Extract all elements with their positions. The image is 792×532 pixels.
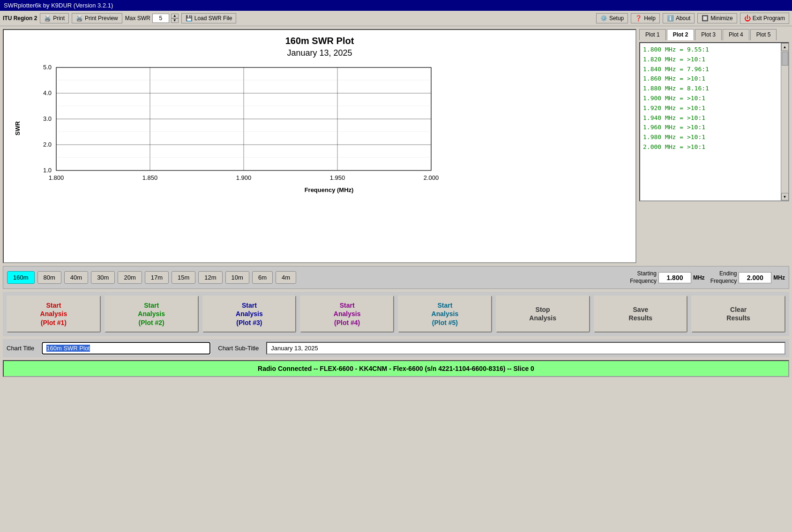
result-line: 1.960 MHz = >10:1	[643, 123, 778, 133]
svg-text:2.000: 2.000	[424, 174, 439, 181]
setup-button[interactable]: ⚙️ Setup	[596, 13, 628, 23]
chart-subtitle-input[interactable]	[266, 342, 785, 355]
spinner-up[interactable]: ▲	[171, 14, 179, 18]
starting-freq-value: 1.800	[658, 272, 691, 283]
svg-text:1.0: 1.0	[43, 167, 52, 174]
tab-plot3[interactable]: Plot 3	[695, 29, 722, 40]
title-bar: SWRplotter6k by K9DUR (Version 3.2.1)	[0, 0, 792, 11]
start-analysis-plot1-button[interactable]: StartAnalysis(Plot #1)	[7, 296, 101, 332]
svg-text:2.0: 2.0	[43, 141, 52, 148]
setup-icon: ⚙️	[600, 15, 607, 22]
status-bar: Radio Connected -- FLEX-6600 - KK4CNM - …	[3, 360, 789, 377]
about-icon: ℹ️	[667, 15, 674, 22]
frequency-display: StartingFrequency 1.800 MHz EndingFreque…	[630, 270, 785, 285]
start-analysis-plot3-button[interactable]: StartAnalysis(Plot #3)	[202, 296, 297, 332]
result-line: 1.860 MHz = >10:1	[643, 74, 778, 84]
print-icon: 🖨️	[44, 15, 51, 22]
stop-analysis-button[interactable]: StopAnalysis	[496, 296, 590, 332]
tab-plot4[interactable]: Plot 4	[723, 29, 749, 40]
band-button-4m[interactable]: 4m	[276, 271, 296, 284]
load-icon: 💾	[186, 15, 193, 22]
result-line: 2.000 MHz = >10:1	[643, 142, 778, 152]
exit-button[interactable]: ⏻ Exit Program	[740, 13, 789, 24]
starting-freq-group: StartingFrequency 1.800 MHz	[630, 270, 704, 285]
max-swr-group: Max SWR ▲ ▼	[125, 14, 179, 23]
tab-plot2[interactable]: Plot 2	[667, 29, 695, 40]
tab-plot1[interactable]: Plot 1	[639, 29, 666, 40]
starting-freq-label: StartingFrequency	[630, 270, 657, 285]
chart-svg: 5.0 4.0 3.0 2.0 1.0 1.800 1.850 1.900 1.…	[28, 63, 441, 185]
save-results-button[interactable]: SaveResults	[594, 296, 688, 332]
scroll-thumb[interactable]	[782, 52, 788, 66]
scroll-up-arrow[interactable]: ▲	[781, 43, 789, 51]
result-line: 1.880 MHz = 8.16:1	[643, 84, 778, 94]
result-line: 1.940 MHz = >10:1	[643, 113, 778, 123]
band-button-160m[interactable]: 160m	[7, 271, 35, 284]
chart-subtitle-label: Chart Sub-Title	[218, 345, 259, 352]
band-controls-section: 160m80m40m30m20m17m15m12m10m6m4m Startin…	[3, 266, 789, 289]
max-swr-input[interactable]	[152, 14, 169, 23]
chart-title-section: Chart Title Chart Sub-Title	[3, 339, 789, 357]
tab-plot5[interactable]: Plot 5	[750, 29, 777, 40]
band-button-12m[interactable]: 12m	[198, 271, 222, 284]
load-swr-button[interactable]: 💾 Load SWR File	[181, 13, 237, 23]
svg-text:3.0: 3.0	[43, 115, 52, 122]
chart-area: 160m SWR Plot January 13, 2025 SWR	[3, 29, 636, 263]
spinner-buttons: ▲ ▼	[171, 14, 179, 23]
right-panel: Plot 1 Plot 2 Plot 3 Plot 4 Plot 5 1.800…	[639, 29, 789, 263]
chart-title-input[interactable]	[42, 342, 210, 355]
band-button-10m[interactable]: 10m	[225, 271, 249, 284]
result-line: 1.820 MHz = >10:1	[643, 55, 778, 65]
y-axis-label: SWR	[14, 121, 21, 135]
svg-text:5.0: 5.0	[43, 64, 52, 71]
results-content[interactable]: 1.800 MHz = 9.55:11.820 MHz = >10:11.840…	[640, 43, 781, 200]
ending-freq-label: EndingFrequency	[710, 270, 737, 285]
chart-wrapper: SWR	[28, 63, 630, 193]
svg-text:1.850: 1.850	[142, 174, 158, 181]
band-button-6m[interactable]: 6m	[252, 271, 273, 284]
svg-text:1.900: 1.900	[236, 174, 252, 181]
result-line: 1.800 MHz = 9.55:1	[643, 45, 778, 55]
band-button-80m[interactable]: 80m	[37, 271, 61, 284]
band-button-30m[interactable]: 30m	[91, 271, 115, 284]
main-content: 160m SWR Plot January 13, 2025 SWR	[0, 26, 792, 266]
right-menu-group: ⚙️ Setup ❓ Help ℹ️ About 🔲 Minimize ⏻ Ex…	[596, 13, 789, 24]
minimize-icon: 🔲	[702, 15, 709, 22]
ending-freq-value: 2.000	[739, 272, 771, 283]
max-swr-label: Max SWR	[125, 15, 150, 22]
result-line: 1.840 MHz = 7.96:1	[643, 65, 778, 74]
scroll-down-arrow[interactable]: ▼	[781, 193, 789, 200]
svg-text:1.800: 1.800	[49, 174, 64, 181]
start-analysis-plot2-button[interactable]: StartAnalysis(Plot #2)	[105, 296, 199, 332]
print-button[interactable]: 🖨️ Print	[40, 13, 69, 23]
action-buttons-section: StartAnalysis(Plot #1) StartAnalysis(Plo…	[3, 292, 789, 336]
result-line: 1.900 MHz = >10:1	[643, 94, 778, 103]
status-text: Radio Connected -- FLEX-6600 - KK4CNM - …	[258, 365, 534, 372]
help-button[interactable]: ❓ Help	[631, 13, 660, 23]
band-button-40m[interactable]: 40m	[64, 271, 88, 284]
band-button-17m[interactable]: 17m	[145, 271, 169, 284]
results-container: 1.800 MHz = 9.55:11.820 MHz = >10:11.840…	[639, 42, 789, 201]
menu-bar: ITU Region 2 🖨️ Print 🖨️ Print Preview M…	[0, 11, 792, 26]
spinner-down[interactable]: ▼	[171, 18, 179, 23]
result-line: 1.920 MHz = >10:1	[643, 103, 778, 113]
print-preview-icon: 🖨️	[76, 15, 83, 22]
svg-text:1.950: 1.950	[330, 174, 345, 181]
result-line: 1.980 MHz = >10:1	[643, 133, 778, 142]
plot-tabs: Plot 1 Plot 2 Plot 3 Plot 4 Plot 5	[639, 29, 789, 40]
exit-icon: ⏻	[744, 15, 751, 22]
app-title: SWRplotter6k by K9DUR (Version 3.2.1)	[4, 2, 113, 9]
print-preview-button[interactable]: 🖨️ Print Preview	[72, 13, 122, 23]
clear-results-button[interactable]: ClearResults	[691, 296, 785, 332]
chart-title: 160m SWR Plot	[9, 36, 630, 46]
scroll-track	[781, 51, 788, 193]
band-button-15m[interactable]: 15m	[172, 271, 195, 284]
start-analysis-plot5-button[interactable]: StartAnalysis(Plot #5)	[398, 296, 492, 332]
scrollbar: ▲ ▼	[781, 43, 788, 200]
help-icon: ❓	[635, 15, 642, 22]
x-axis-label: Frequency (MHz)	[28, 186, 630, 193]
about-button[interactable]: ℹ️ About	[663, 13, 695, 23]
minimize-button[interactable]: 🔲 Minimize	[697, 13, 737, 23]
start-analysis-plot4-button[interactable]: StartAnalysis(Plot #4)	[300, 296, 394, 332]
band-button-20m[interactable]: 20m	[118, 271, 142, 284]
